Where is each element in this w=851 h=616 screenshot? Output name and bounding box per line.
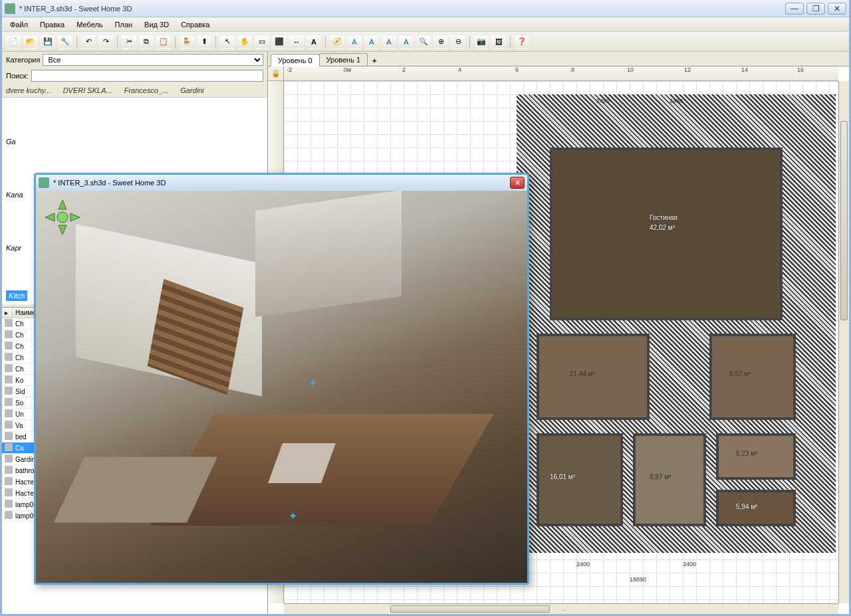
new-icon[interactable]: 📄 <box>6 35 21 49</box>
redo-icon[interactable]: ↷ <box>98 35 113 49</box>
wall-icon[interactable]: ▭ <box>255 35 269 49</box>
scrollbar-horizontal[interactable]: ... <box>284 603 838 614</box>
copy-icon[interactable]: ⧉ <box>139 35 154 49</box>
toolbar: 📄 📂 💾 🔧 ↶ ↷ ✂ ⧉ 📋 🪑 ⬆ ↖ ✋ ▭ ⬛ ↔ A 🧭 A A … <box>2 32 849 52</box>
view3d-canvas[interactable]: ✦ ✦ <box>36 191 527 583</box>
prefs-icon[interactable]: 🔧 <box>58 35 72 49</box>
import-icon[interactable]: ⬆ <box>197 35 211 49</box>
view3d-close-button[interactable]: ✕ <box>510 177 525 189</box>
scrollbar-vertical[interactable] <box>838 81 849 603</box>
tab-level-0[interactable]: Уровень 0 <box>271 54 320 66</box>
room-icon[interactable]: ⬛ <box>272 35 287 49</box>
room-area: 16,01 м² <box>550 473 575 480</box>
close-button[interactable]: ✕ <box>828 3 846 15</box>
room-area: 21,44 м² <box>570 370 595 377</box>
zoom-in-icon[interactable]: ⊕ <box>433 35 448 49</box>
btn-a2-icon[interactable]: A <box>364 35 379 49</box>
ruler-horizontal: -2 0м 2 4 6 8 10 12 14 16 <box>284 66 838 81</box>
catalog-col: Francesco_... <box>124 86 169 94</box>
level-tabs: Уровень 0 Уровень 1 + <box>268 52 849 66</box>
main-window: * INTER_3.sh3d - Sweet Home 3D — ❐ ✕ Фай… <box>0 0 851 616</box>
search-label: Поиск: <box>6 72 29 80</box>
lock-icon[interactable]: 🔒 <box>271 69 281 78</box>
tab-add-level[interactable]: + <box>367 55 382 66</box>
room-area: 5,94 м² <box>736 503 757 510</box>
undo-icon[interactable]: ↶ <box>81 35 96 49</box>
category-label: Категория <box>6 56 40 64</box>
titlebar[interactable]: * INTER_3.sh3d - Sweet Home 3D — ❐ ✕ <box>2 0 849 17</box>
catalog-label: Kapr <box>6 244 21 252</box>
catalog-label: Ga <box>6 138 16 146</box>
camera-icon[interactable]: 📷 <box>474 35 489 49</box>
view3d-titlebar[interactable]: * INTER_3.sh3d - Sweet Home 3D ✕ <box>36 175 527 191</box>
pan-icon[interactable]: ✋ <box>237 35 252 49</box>
dim-icon[interactable]: ↔ <box>289 35 304 49</box>
view3d-title: * INTER_3.sh3d - Sweet Home 3D <box>53 179 510 187</box>
room-label-living: Гостиная <box>650 214 677 221</box>
btn-a4-icon[interactable]: A <box>399 35 414 49</box>
compass-icon[interactable]: 🧭 <box>330 35 344 49</box>
ruler-corner: 🔒 <box>268 66 284 81</box>
catalog-col: dvere kuchy... <box>6 86 51 94</box>
menu-furniture[interactable]: Мебель <box>71 19 108 31</box>
tab-level-1[interactable]: Уровень 1 <box>319 53 368 66</box>
app-icon <box>39 177 49 188</box>
menu-plan[interactable]: План <box>110 19 138 31</box>
catalog-label-selected[interactable]: Kitch <box>6 290 27 301</box>
catalog-label: Kana <box>6 191 23 199</box>
category-select[interactable]: Все <box>43 54 263 66</box>
menu-edit[interactable]: Правка <box>35 19 70 31</box>
room-area: 5,23 м² <box>736 450 757 457</box>
catalog-header: dvere kuchy... DVERI SKLA... Francesco_.… <box>2 84 267 98</box>
view3d-window[interactable]: * INTER_3.sh3d - Sweet Home 3D ✕ <box>34 173 529 585</box>
maximize-button[interactable]: ❐ <box>806 3 825 15</box>
menu-help[interactable]: Справка <box>176 19 215 31</box>
minimize-button[interactable]: — <box>785 3 804 15</box>
open-icon[interactable]: 📂 <box>23 35 38 49</box>
app-icon <box>5 3 15 14</box>
btn-a3-icon[interactable]: A <box>382 35 396 49</box>
add-furniture-icon[interactable]: 🪑 <box>180 35 194 49</box>
zoom-fit-icon[interactable]: 🔍 <box>416 35 431 49</box>
window-title: * INTER_3.sh3d - Sweet Home 3D <box>19 5 785 13</box>
menu-3dview[interactable]: Вид 3D <box>139 19 174 31</box>
catalog-col: Gardini <box>180 86 203 94</box>
paste-icon[interactable]: 📋 <box>156 35 171 49</box>
cut-icon[interactable]: ✂ <box>122 35 136 49</box>
catalog-col: DVERI SKLA... <box>63 86 112 94</box>
main-area: Категория Все Поиск: dvere kuchy... DVER… <box>2 52 849 614</box>
btn-a1-icon[interactable]: A <box>347 35 362 49</box>
room-area: 8,57 м² <box>729 370 751 377</box>
help-icon[interactable]: ❓ <box>515 35 529 49</box>
save-icon[interactable]: 💾 <box>41 35 55 49</box>
room-area-living: 42,02 м² <box>650 224 675 231</box>
search-input[interactable] <box>31 70 263 82</box>
room-area: 8,97 м² <box>650 473 671 480</box>
select-icon[interactable]: ↖ <box>220 35 235 49</box>
zoom-out-icon[interactable]: ⊖ <box>451 35 465 49</box>
menu-file[interactable]: Файл <box>5 19 33 31</box>
text-icon[interactable]: A <box>306 35 321 49</box>
menubar: Файл Правка Мебель План Вид 3D Справка <box>2 17 849 32</box>
photo-icon[interactable]: 🖼 <box>491 35 506 49</box>
